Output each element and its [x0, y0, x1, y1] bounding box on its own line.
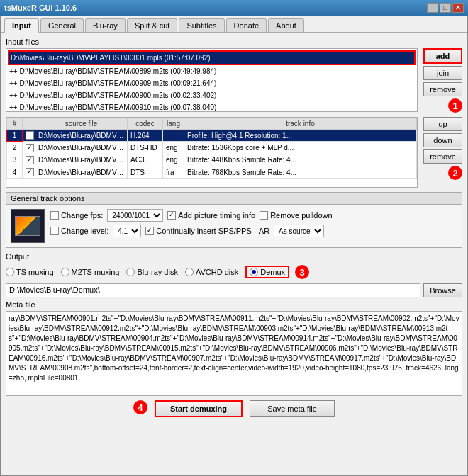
- input-file-selected[interactable]: D:\Movies\Blu-ray\BDMV\PLAYLIST\00801.mp…: [8, 50, 416, 65]
- output-mode-radio-group: TS muxing M2TS muxing Blu-ray disk AVCHD…: [6, 263, 289, 281]
- output-section: Output TS muxing M2TS muxing Blu-ray dis…: [6, 252, 462, 298]
- track-check[interactable]: [23, 166, 35, 178]
- badge-4: 4: [133, 400, 147, 414]
- bottom-buttons: 4 Start demuxing Save meta file: [6, 400, 462, 417]
- output-label: Output: [6, 252, 462, 261]
- avchd-disk-radio[interactable]: [185, 268, 194, 276]
- output-path-row: D:\Movies\Blu-ray\Demux\ Browse: [6, 283, 462, 298]
- fps-row: Change fps: 24000/1001 25 30000/1001 30 …: [50, 209, 457, 222]
- demux-radio[interactable]: [250, 268, 258, 276]
- demux-text: Demux: [260, 268, 285, 276]
- track-num: 2: [7, 142, 23, 154]
- down-button[interactable]: down: [423, 133, 462, 147]
- tabs-row: Input General Blu-ray Split & cut Subtit…: [1, 16, 467, 33]
- track-lang: [163, 130, 184, 142]
- remove-pulldown-label[interactable]: Remove pulldown: [260, 211, 332, 220]
- ts-muxing-label[interactable]: TS muxing: [6, 268, 54, 276]
- start-demuxing-button[interactable]: Start demuxing: [155, 400, 243, 417]
- change-fps-checkbox-label[interactable]: Change fps:: [50, 211, 103, 220]
- m2ts-muxing-radio[interactable]: [61, 268, 69, 276]
- maximize-button[interactable]: □: [440, 3, 451, 13]
- track-check[interactable]: [23, 154, 35, 166]
- add-picture-timing-text: Add picture timing info: [178, 211, 255, 220]
- input-files-list[interactable]: D:\Movies\Blu-ray\BDMV\PLAYLIST\00801.mp…: [6, 48, 418, 112]
- fps-select[interactable]: 24000/1001 25 30000/1001 30: [107, 209, 163, 222]
- col-header-lang: lang: [163, 118, 184, 130]
- list-item[interactable]: ++ D:\Movies\Blu-ray\BDMV\STREAM\00910.m…: [8, 101, 416, 112]
- table-row[interactable]: 3 D:\Movies\Blu-ray\BDMV\PLAYLIS... AC3 …: [7, 154, 417, 166]
- tab-about[interactable]: About: [268, 18, 304, 32]
- track-check[interactable]: [23, 130, 35, 142]
- track-checkbox[interactable]: [26, 168, 34, 176]
- track-thumbnail: [11, 209, 45, 243]
- tab-subtitles[interactable]: Subtitles: [179, 18, 224, 32]
- change-level-checkbox[interactable]: [50, 227, 59, 235]
- ts-muxing-text: TS muxing: [16, 268, 54, 276]
- demux-label[interactable]: Demux: [245, 266, 289, 278]
- track-codec: H.264: [128, 130, 163, 142]
- bluray-disk-text: Blu-ray disk: [137, 268, 177, 276]
- add-picture-timing-checkbox[interactable]: [167, 211, 176, 220]
- ar-label: AR: [259, 227, 269, 235]
- bluray-disk-label[interactable]: Blu-ray disk: [126, 268, 177, 276]
- level-select[interactable]: 4.1 4.2 5.0 5.1: [113, 225, 141, 237]
- change-fps-checkbox[interactable]: [50, 211, 59, 220]
- list-item[interactable]: ++ D:\Movies\Blu-ray\BDMV\STREAM\00899.m…: [8, 65, 416, 77]
- minimize-button[interactable]: ─: [427, 3, 438, 13]
- track-info: Bitrate: 768Kbps Sample Rate: 4...: [184, 166, 417, 178]
- track-num: 1: [7, 130, 23, 142]
- change-level-checkbox-label[interactable]: Change level:: [50, 227, 108, 235]
- track-lang: eng: [163, 142, 184, 154]
- remove-file-button[interactable]: remove: [423, 82, 462, 96]
- list-item[interactable]: ++ D:\Movies\Blu-ray\BDMV\STREAM\00900.m…: [8, 89, 416, 101]
- col-header-source: source file: [35, 118, 128, 130]
- track-checkbox[interactable]: [26, 156, 34, 164]
- table-row[interactable]: 4 D:\Movies\Blu-ray\BDMV\PLAYLIS... DTS …: [7, 166, 417, 178]
- track-num: 4: [7, 166, 23, 178]
- tracks-table: # source file codec lang track info: [6, 118, 417, 178]
- insert-sps-pps-checkbox[interactable]: [145, 227, 154, 235]
- avchd-disk-text: AVCHD disk: [196, 268, 238, 276]
- track-control-buttons: up down remove 2: [423, 117, 462, 180]
- track-checkbox[interactable]: [26, 144, 34, 152]
- tab-splitcut[interactable]: Split & cut: [127, 18, 178, 32]
- track-lang: fra: [163, 166, 184, 178]
- track-checkbox[interactable]: [26, 131, 34, 140]
- thumbnail-image: [15, 216, 40, 236]
- col-header-num: #: [7, 118, 23, 130]
- remove-track-button[interactable]: remove: [423, 149, 462, 164]
- table-row[interactable]: 1 D:\Movies\Blu-ray\BDMV\PLAYLIS... H.26…: [7, 130, 417, 142]
- add-picture-timing-label[interactable]: Add picture timing info: [167, 211, 255, 220]
- track-codec: DTS: [128, 166, 163, 178]
- gto-header: General track options: [6, 193, 462, 205]
- m2ts-muxing-label[interactable]: M2TS muxing: [61, 268, 120, 276]
- table-row[interactable]: 2 D:\Movies\Blu-ray\BDMV\PLAYLIS... DTS-…: [7, 142, 417, 154]
- output-path-field[interactable]: D:\Movies\Blu-ray\Demux\: [6, 283, 420, 298]
- track-check[interactable]: [23, 142, 35, 154]
- tab-general[interactable]: General: [40, 18, 84, 32]
- remove-pulldown-checkbox[interactable]: [260, 211, 268, 220]
- save-meta-file-button[interactable]: Save meta file: [250, 400, 335, 417]
- badge-2: 2: [448, 166, 462, 180]
- tab-input[interactable]: Input: [4, 18, 39, 33]
- col-header-check: [23, 118, 35, 130]
- tracks-table-wrapper: # source file codec lang track info: [6, 117, 418, 188]
- meta-file-content[interactable]: ray\BDMV\STREAM\00901.m2ts"+"D:\Movies\B…: [6, 311, 462, 396]
- ar-select[interactable]: As source 16:9 4:3 2.35:1: [274, 225, 324, 237]
- join-button[interactable]: join: [423, 66, 462, 80]
- browse-button[interactable]: Browse: [423, 283, 462, 298]
- tab-bluray[interactable]: Blu-ray: [85, 18, 126, 32]
- tab-donate[interactable]: Donate: [226, 18, 267, 32]
- track-lang: eng: [163, 154, 184, 166]
- close-button[interactable]: ✕: [452, 3, 464, 13]
- change-fps-label: Change fps:: [61, 211, 103, 220]
- add-button[interactable]: add: [423, 48, 462, 64]
- insert-sps-pps-label[interactable]: Continually insert SPS/PPS: [145, 227, 252, 235]
- ts-muxing-radio[interactable]: [6, 268, 14, 276]
- track-source: D:\Movies\Blu-ray\BDMV\PLAYLIS...: [35, 154, 128, 166]
- bluray-disk-radio[interactable]: [126, 268, 135, 276]
- up-button[interactable]: up: [423, 117, 462, 131]
- main-window: Input General Blu-ray Split & cut Subtit…: [0, 16, 468, 476]
- list-item[interactable]: ++ D:\Movies\Blu-ray\BDMV\STREAM\00909.m…: [8, 77, 416, 89]
- avchd-disk-label[interactable]: AVCHD disk: [185, 268, 238, 276]
